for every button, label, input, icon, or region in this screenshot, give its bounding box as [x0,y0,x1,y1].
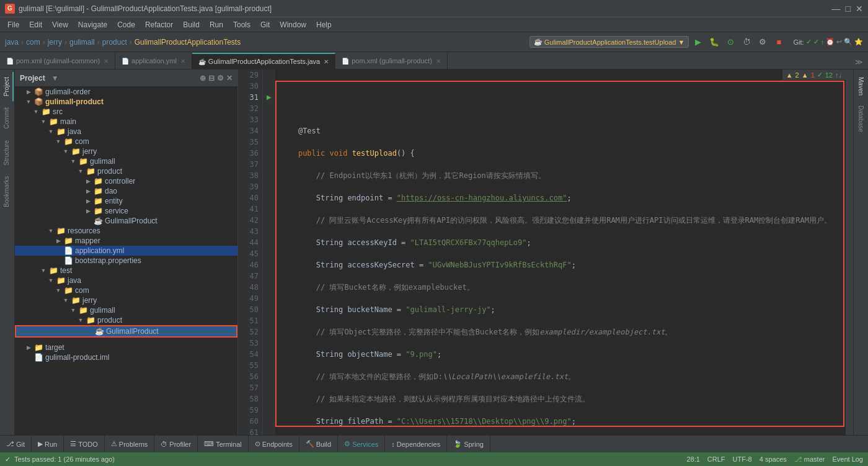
git-push-icon[interactable]: ↑ [821,38,825,46]
menu-code[interactable]: Code [112,19,140,30]
tree-item-mapper[interactable]: ▶ 📁 mapper [15,236,237,246]
tree-item-jerry-test[interactable]: ▼ 📁 jerry [15,295,237,305]
menu-edit[interactable]: Edit [24,19,47,30]
settings-icon[interactable]: ⭐ [854,38,863,46]
bottom-btn-build[interactable]: 🔨 Build [299,436,338,453]
tree-item-java-test[interactable]: ▼ 📁 java [15,276,237,285]
cursor-position[interactable]: 28:1 [686,455,699,463]
tree-item-java-main[interactable]: ▼ 📁 java [15,127,237,137]
run-test-button[interactable]: ▶ [263,92,275,103]
tree-item-resources[interactable]: ▼ 📁 resources [15,226,237,236]
bottom-btn-run[interactable]: ▶ Run [32,436,64,453]
tree-item-product-test[interactable]: ▼ 📁 product [15,315,237,325]
breadcrumb-product[interactable]: product [102,38,127,47]
git-undo-icon[interactable]: ↩ [836,38,842,46]
bottom-btn-endpoints[interactable]: ⊙ Endpoints [249,436,299,453]
breadcrumb-com[interactable]: com [26,38,40,47]
tree-item-controller[interactable]: ▶ 📁 controller [15,176,237,186]
expand-arrows[interactable]: ↑↓ [835,71,842,79]
branch-name[interactable]: ⎇ master [794,455,825,464]
collapse-icon[interactable]: ⊟ [208,74,215,83]
editor-scrollbar[interactable] [846,69,853,435]
close-panel-icon[interactable]: ✕ [226,74,232,83]
menu-refactor[interactable]: Refactor [140,19,178,30]
tree-item-iml[interactable]: ▶ 📄 gulimall-product.iml [15,352,237,362]
sidebar-tab-bookmarks[interactable]: Bookmarks [1,171,14,212]
breadcrumb-jerry[interactable]: jerry [48,38,62,47]
menu-view[interactable]: View [47,19,73,30]
run-button[interactable]: ▶ [691,35,705,49]
close-tab-pom-common[interactable]: ✕ [104,58,108,65]
settings-panel-icon[interactable]: ⚙ [217,74,224,83]
stop-button[interactable]: ■ [772,35,786,49]
close-tab-app-yml[interactable]: ✕ [180,58,185,65]
tree-item-application-yml[interactable]: ▶ 📄 application.yml [15,246,237,256]
tab-pom-product[interactable]: 📄 pom.xml (gulimall-product) ✕ [335,53,448,69]
bottom-btn-services[interactable]: ⚙ Services [338,436,385,453]
tree-item-main[interactable]: ▼ 📁 main [15,117,237,127]
menu-build[interactable]: Build [178,19,205,30]
menu-file[interactable]: File [2,19,24,30]
sidebar-tab-structure[interactable]: Structure [1,135,14,171]
tree-item-com[interactable]: ▼ 📁 com [15,137,237,146]
menu-window[interactable]: Window [275,19,311,30]
sidebar-tab-project[interactable]: Project [1,72,14,101]
bottom-btn-todo[interactable]: ☰ TODO [64,436,105,453]
sidebar-tab-database[interactable]: Database [855,101,867,137]
search-icon[interactable]: 🔍 [844,38,852,46]
bottom-btn-profiler[interactable]: ⏱ Profiler [154,436,198,453]
close-tab-pom-product[interactable]: ✕ [436,58,441,65]
breadcrumb-gulimall[interactable]: gulimall [69,38,95,47]
git-check-icon[interactable]: ✓ [806,38,812,46]
bottom-btn-dependencies[interactable]: ↕ Dependencies [385,436,447,453]
sidebar-tab-commit[interactable]: Commit [1,102,14,133]
profile-button[interactable]: ⏱ [740,35,753,49]
bottom-btn-git[interactable]: ⎇ Git [0,436,32,453]
run-config-selector[interactable]: ☕ GulimallProductApplicationTests.testUp… [529,36,689,48]
debug-button[interactable]: 🐛 [707,35,721,49]
menu-run[interactable]: Run [205,19,228,30]
code-content[interactable]: @Test public void testUpload() { // Endp… [275,69,846,435]
line-ending[interactable]: CRLF [707,455,725,463]
breadcrumb-java[interactable]: java [5,38,19,47]
tree-item-target[interactable]: ▶ 📁 target [15,343,237,352]
close-button[interactable]: ✕ [856,4,863,14]
git-time-icon[interactable]: ⏰ [826,38,835,46]
bottom-btn-spring[interactable]: 🍃 Spring [447,436,490,453]
project-dropdown-icon[interactable]: ▼ [51,74,59,83]
event-log-button[interactable]: Event Log [832,455,863,463]
bottom-btn-problems[interactable]: ⚠ Problems [105,436,154,453]
tree-item-gulimall-product[interactable]: ▼ 📦 gulimall-product [15,97,237,107]
tree-item-bootstrap-props[interactable]: ▶ 📄 bootstrap.properties [15,256,237,266]
tree-item-gulimall-product-test-class[interactable]: ▶ ☕ GulimallProduct [15,325,237,338]
tree-item-gulimall-order[interactable]: ▶ 📦 gulimall-order [15,87,237,97]
close-tab-test[interactable]: ✕ [324,58,329,65]
tab-application-yml[interactable]: 📄 application.yml ✕ [115,53,192,69]
tree-item-src[interactable]: ▼ 📁 src [15,107,237,117]
coverage-button[interactable]: ⊙ [724,35,737,49]
menu-git[interactable]: Git [255,19,275,30]
minimize-button[interactable]: — [832,4,841,14]
charset[interactable]: UTF-8 [733,455,752,463]
tree-item-entity[interactable]: ▶ 📁 entity [15,196,237,206]
bottom-btn-terminal[interactable]: ⌨ Terminal [198,436,249,453]
locate-icon[interactable]: ⊕ [200,74,206,83]
indent-setting[interactable]: 4 spaces [760,455,787,463]
tree-item-gulimall-product-main-class[interactable]: ▶ ☕ GulimallProduct [15,216,237,226]
tree-item-jerry[interactable]: ▼ 📁 jerry [15,146,237,156]
tab-pom-common[interactable]: 📄 pom.xml (gulimall-common) ✕ [0,53,115,69]
menu-tools[interactable]: Tools [228,19,255,30]
tab-overflow-button[interactable]: ≫ [850,55,868,69]
git-fetch-icon[interactable]: ✓ [813,38,819,46]
menu-help[interactable]: Help [311,19,337,30]
window-controls[interactable]: — □ ✕ [832,4,863,14]
tree-item-product-pkg[interactable]: ▼ 📁 product [15,166,237,176]
more-run-button[interactable]: ⚙ [756,35,769,49]
tab-gulimall-test[interactable]: ☕ GulimallProductApplicationTests.java ✕ [192,53,335,69]
tree-item-service[interactable]: ▶ 📁 service [15,206,237,216]
menu-navigate[interactable]: Navigate [73,19,112,30]
tree-item-dao[interactable]: ▶ 📁 dao [15,186,237,196]
tree-item-test[interactable]: ▼ 📁 test [15,266,237,276]
code-scroll-area[interactable]: 29 30 31 32 33 34 35 36 37 38 39 40 [238,69,853,435]
tree-item-gulimall-test[interactable]: ▼ 📁 gulimall [15,305,237,315]
